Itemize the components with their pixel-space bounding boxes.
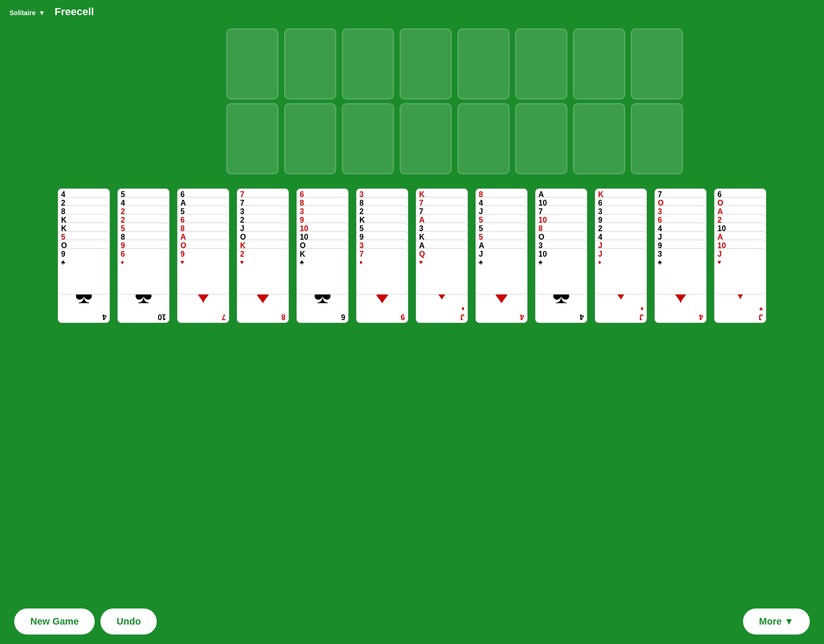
card[interactable]: J♣ (475, 248, 528, 295)
free-cell-3[interactable] (342, 28, 394, 99)
column-10: K♦6♣3♣9♣2♣4♣J♥J♦ J♦ ♦ J♦ (593, 188, 649, 323)
card[interactable]: J♥ (714, 248, 766, 295)
column-11: 7♣Q♦3♦6♦4♣J♣9♣3♣ 4♥ ♥ 4 (653, 188, 708, 323)
foundation-1[interactable] (226, 103, 278, 174)
column-3: 6♣A♣5♣6♥8♦A♥Q♦9♥ 7♥ ♥ 7 (175, 188, 231, 323)
free-cell-2[interactable] (284, 28, 336, 99)
foundation-4[interactable] (400, 103, 452, 174)
foundation-2[interactable] (284, 103, 336, 174)
card[interactable]: 6♦ (117, 248, 170, 295)
left-buttons: New Game Undo (14, 608, 157, 635)
column-5: 6♥8♥3♦9♦10♦10♣Q♣K♣ 6♣ ♣ 6 (295, 188, 350, 323)
card[interactable]: 9♣ (58, 248, 110, 295)
free-cell-7[interactable] (573, 28, 625, 99)
column-7: K♦7♥7♣A♦3♣K♣A♣Q♥ J♦ ♦ J♦ (414, 188, 470, 323)
column-1: 4♣2♣8♣K♣K♣5♥Q♣9♣ 4♣ ♣ 4 (56, 188, 112, 323)
column-2: 5♣4♣2♥2♦5♦8♣9♥6♦ 10♣ ♣ 10 (116, 188, 171, 323)
free-cell-1[interactable] (226, 28, 278, 99)
foundation-6[interactable] (515, 103, 567, 174)
card[interactable]: 2♥ (237, 248, 289, 295)
app-title[interactable]: Solitaire ▼ (9, 6, 45, 18)
new-game-button[interactable]: New Game (14, 608, 95, 635)
column-9: A♣10♣7♣10♥8♦Q♣3♣10♣ 4♣ ♣ 4 (533, 188, 589, 323)
free-cells-row (85, 24, 824, 99)
free-cell-6[interactable] (515, 28, 567, 99)
free-cell-4[interactable] (400, 28, 452, 99)
foundation-3[interactable] (342, 103, 394, 174)
title-dropdown-icon[interactable]: ▼ (38, 9, 45, 17)
card[interactable]: J♦ (595, 248, 647, 295)
card[interactable]: 10♣ (535, 248, 587, 295)
card[interactable]: K♣ (296, 248, 349, 295)
column-6: 3♥8♣2♣K♣5♣9♣3♥7♦ 9♦ ♦ 9 (354, 188, 410, 323)
title-text: Solitaire (9, 9, 36, 17)
card[interactable]: Q♥ (416, 248, 468, 295)
card[interactable]: 7♦ (356, 248, 408, 295)
column-12: 6♣Q♥A♥2♦10♣A♦10♥J♥ J♥ ♥ J♥ (712, 188, 768, 323)
card[interactable]: 3♣ (654, 248, 707, 295)
bottom-bar: New Game Undo More ▼ (0, 599, 824, 644)
free-cell-8[interactable] (631, 28, 683, 99)
foundation-7[interactable] (573, 103, 625, 174)
foundation-row (85, 99, 824, 174)
game-type: Freecell (54, 6, 94, 18)
card[interactable]: 9♥ (177, 248, 229, 295)
foundation-8[interactable] (631, 103, 683, 174)
foundation-5[interactable] (457, 103, 510, 174)
game-area: 4♣2♣8♣K♣K♣5♥Q♣9♣ 4♣ ♣ 4 5♣4♣2♥2♦5♦8♣9♥6♦… (0, 179, 824, 323)
column-4: 7♦7♣3♣2♣J♣Q♣K♥2♥ 8♦ ♦ 8 (235, 188, 291, 323)
header: Solitaire ▼ Freecell (0, 0, 824, 24)
more-button[interactable]: More ▼ (743, 608, 810, 635)
free-cell-5[interactable] (457, 28, 510, 99)
column-8: 8♦4♣J♣5♦5♣5♥A♣J♣ 4♦ ♦ 4 (474, 188, 529, 323)
undo-button[interactable]: Undo (100, 608, 157, 635)
